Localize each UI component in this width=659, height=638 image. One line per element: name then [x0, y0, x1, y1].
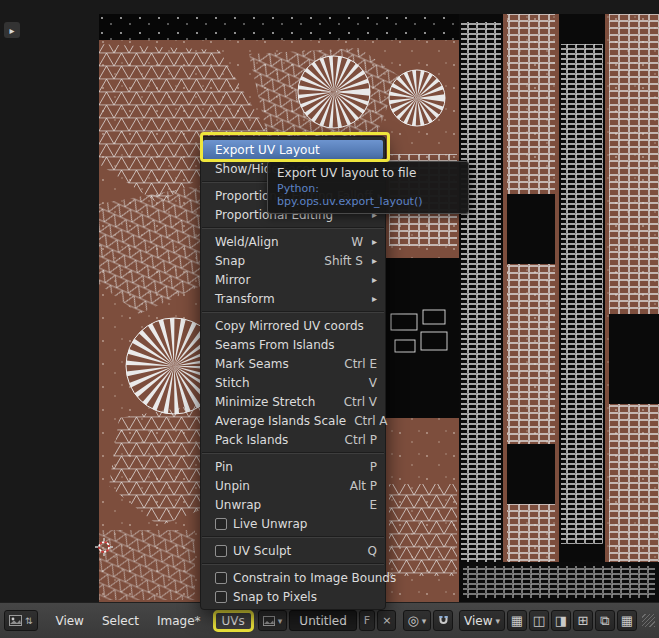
- menu-select[interactable]: Select: [94, 614, 147, 628]
- submenu-arrow-icon: ▸: [368, 274, 377, 285]
- menu-image[interactable]: Image*: [149, 614, 209, 628]
- menu-separator: [202, 227, 384, 229]
- menu-item-label: Stitch: [215, 376, 250, 390]
- menu-item-snap-to-pixels[interactable]: Snap to Pixels: [201, 587, 385, 606]
- half-shade-icon: ◨: [555, 614, 567, 627]
- image-icon: [263, 616, 275, 626]
- header-right-cluster: ⊞ ⧉ ▦: [573, 610, 655, 631]
- duplicate-area-button[interactable]: ⧉: [595, 610, 615, 631]
- menu-item-uv-sculpt[interactable]: UV Sculpt Q: [201, 541, 385, 560]
- menu-item-mirror[interactable]: Mirror ▸: [201, 270, 385, 289]
- magnet-icon: [438, 615, 448, 626]
- menu-item-label: Mark Seams: [215, 357, 289, 371]
- menu-item-label: Unpin: [215, 479, 250, 493]
- submenu-arrow-icon: ▸: [368, 255, 377, 266]
- menu-item-pack-islands[interactable]: Pack Islands Ctrl P: [201, 430, 385, 449]
- menu-item-label: Weld/Align: [215, 235, 279, 249]
- menu-item-label: Minimize Stretch: [215, 395, 315, 409]
- menu-item-label: Copy Mirrored UV coords: [215, 319, 364, 333]
- menu-item-shortcut: Ctrl V: [344, 395, 377, 409]
- menu-item-shortcut: W: [351, 235, 363, 249]
- updown-arrow-icon: ⇅: [25, 616, 33, 626]
- submenu-arrow-icon: ▸: [368, 293, 377, 304]
- region-expand-arrow[interactable]: ▸: [4, 22, 20, 38]
- tooltip-text: Export UV layout to file: [277, 166, 459, 180]
- menu-separator: [202, 452, 384, 454]
- image-name-value: Untitled: [299, 614, 346, 628]
- menu-item-minimize-stretch[interactable]: Minimize Stretch Ctrl V: [201, 392, 385, 411]
- image-editor-icon: [9, 615, 22, 626]
- menu-item-shortcut: Ctrl P: [345, 433, 377, 447]
- menu-item-weld-align[interactable]: Weld/Align W ▸: [201, 232, 385, 251]
- menu-item-label: Export UV Layout: [215, 143, 320, 157]
- menu-item-label: Snap: [215, 254, 245, 268]
- menu-separator: [202, 563, 384, 565]
- new-window-button[interactable]: ⊞: [573, 610, 593, 631]
- menu-item-label: Transform: [215, 292, 275, 306]
- dropdown-arrow-icon: ▾: [495, 616, 500, 626]
- tooltip-python-text: Python: bpy.ops.uv.export_layout(): [277, 182, 459, 208]
- menu-item-live-unwrap[interactable]: Live Unwrap: [201, 514, 385, 533]
- checkbox-icon: [215, 545, 227, 557]
- menu-item-shortcut: Ctrl A: [354, 414, 387, 428]
- display-options-button[interactable]: ◨: [551, 610, 571, 631]
- close-icon: ×: [382, 615, 391, 626]
- menu-item-pin[interactable]: Pin P: [201, 457, 385, 476]
- checkbox-icon: [215, 572, 227, 584]
- menu-item-stitch[interactable]: Stitch V: [201, 373, 385, 392]
- blender-window: ▸ Export UV Layout Show/Hide Faces ▸ Pro…: [0, 0, 659, 638]
- dropdown-arrow-icon: ▾: [278, 616, 283, 626]
- render-slot-button[interactable]: ▦: [507, 610, 527, 631]
- menu-item-shortcut: E: [369, 498, 377, 512]
- unlink-image-button[interactable]: ×: [377, 610, 396, 631]
- menu-item-shortcut: V: [369, 376, 377, 390]
- checkbox-icon: [215, 518, 227, 530]
- browse-image-button[interactable]: ▾: [258, 610, 288, 631]
- scopes-button[interactable]: ◫: [529, 610, 549, 631]
- resize-grip[interactable]: [642, 614, 655, 627]
- grid-icon: ▦: [511, 614, 523, 627]
- dropdown-arrow-icon: ▾: [422, 616, 427, 626]
- menu-item-snap[interactable]: Snap Shift S ▸: [201, 251, 385, 270]
- menu-item-label: Pack Islands: [215, 433, 288, 447]
- menu-item-unpin[interactable]: Unpin Alt P: [201, 476, 385, 495]
- menu-view[interactable]: View: [47, 614, 91, 628]
- pivot-icon: ◎: [408, 614, 419, 627]
- menu-separator: [202, 536, 384, 538]
- pivot-point-dropdown[interactable]: ◎ ▾: [403, 610, 432, 631]
- menu-item-average-islands-scale[interactable]: Average Islands Scale Ctrl A: [201, 411, 385, 430]
- menu-item-unwrap[interactable]: Unwrap E: [201, 495, 385, 514]
- menu-item-shortcut: Ctrl E: [344, 357, 377, 371]
- draw-channel-value: View: [464, 614, 492, 628]
- menu-item-label: Mirror: [215, 273, 250, 287]
- copy-icon: ⧉: [600, 614, 609, 627]
- maximize-area-button[interactable]: ▦: [617, 610, 637, 631]
- menu-item-shortcut: Q: [368, 544, 377, 558]
- fake-user-label: F: [364, 615, 370, 626]
- checkbox-icon: [215, 591, 227, 603]
- menu-item-transform[interactable]: Transform ▸: [201, 289, 385, 308]
- snap-toggle-button[interactable]: [433, 610, 453, 631]
- fake-user-button[interactable]: F: [359, 610, 375, 631]
- menu-item-export-uv-layout[interactable]: Export UV Layout: [203, 140, 383, 159]
- menu-uvs[interactable]: UVs: [213, 610, 254, 632]
- editor-type-button[interactable]: ⇅: [4, 610, 38, 631]
- draw-channel-dropdown[interactable]: View ▾: [459, 610, 505, 631]
- menu-item-label: Unwrap: [215, 498, 261, 512]
- menu-item-mark-seams[interactable]: Mark Seams Ctrl E: [201, 354, 385, 373]
- menu-item-copy-mirrored-uv-coords[interactable]: Copy Mirrored UV coords: [201, 316, 385, 335]
- grid-icon: ▦: [621, 614, 633, 627]
- menu-item-label: Pin: [215, 460, 233, 474]
- menu-item-seams-from-islands[interactable]: Seams From Islands: [201, 335, 385, 354]
- menu-item-label: UV Sculpt: [233, 544, 291, 558]
- menu-separator: [202, 311, 384, 313]
- menu-item-label: Snap to Pixels: [233, 590, 317, 604]
- menu-item-constrain-to-image-bounds[interactable]: Constrain to Image Bounds: [201, 568, 385, 587]
- 2d-cursor: [95, 538, 113, 556]
- menu-item-shortcut: P: [370, 460, 377, 474]
- image-name-field[interactable]: Untitled: [289, 610, 356, 631]
- menu-item-shortcut: Alt P: [350, 479, 377, 493]
- menu-item-shortcut: Shift S: [324, 254, 363, 268]
- menu-item-label: Seams From Islands: [215, 338, 335, 352]
- menu-item-label: Live Unwrap: [233, 517, 307, 531]
